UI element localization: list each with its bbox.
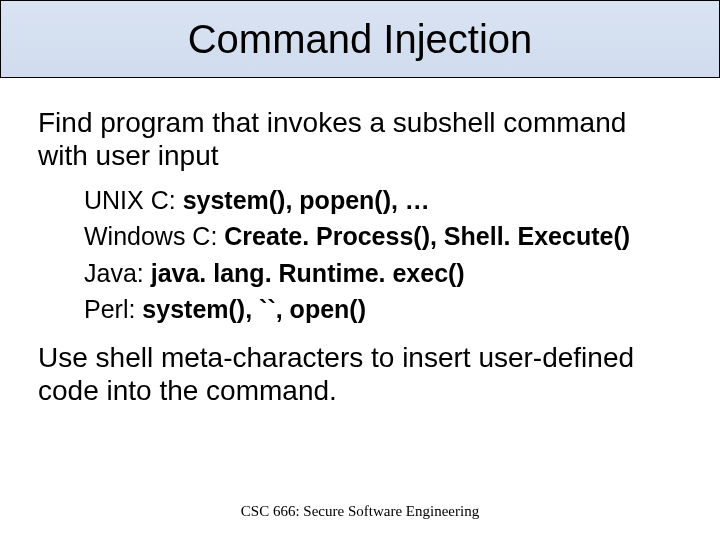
sub-list: UNIX C: system(), popen(), … Windows C: … — [38, 182, 682, 327]
sub-calls: system(), popen(), … — [183, 186, 430, 214]
sub-calls: java. lang. Runtime. exec() — [151, 259, 465, 287]
slide-title: Command Injection — [188, 17, 533, 62]
title-bar: Command Injection — [0, 0, 720, 78]
sub-prefix: Java: — [84, 259, 151, 287]
sub-calls: Create. Process(), Shell. Execute() — [224, 222, 630, 250]
sub-prefix: Perl: — [84, 295, 142, 323]
sub-item-unix: UNIX C: system(), popen(), … — [84, 182, 682, 218]
slide-body: Find program that invokes a subshell com… — [0, 78, 720, 407]
sub-calls: system(), ``, open() — [142, 295, 366, 323]
sub-prefix: Windows C: — [84, 222, 224, 250]
sub-item-java: Java: java. lang. Runtime. exec() — [84, 255, 682, 291]
main-point-1: Find program that invokes a subshell com… — [38, 106, 682, 172]
sub-item-perl: Perl: system(), ``, open() — [84, 291, 682, 327]
slide-footer: CSC 666: Secure Software Engineering — [0, 503, 720, 520]
sub-prefix: UNIX C: — [84, 186, 183, 214]
sub-item-windows: Windows C: Create. Process(), Shell. Exe… — [84, 218, 682, 254]
main-point-2: Use shell meta-characters to insert user… — [38, 341, 682, 407]
